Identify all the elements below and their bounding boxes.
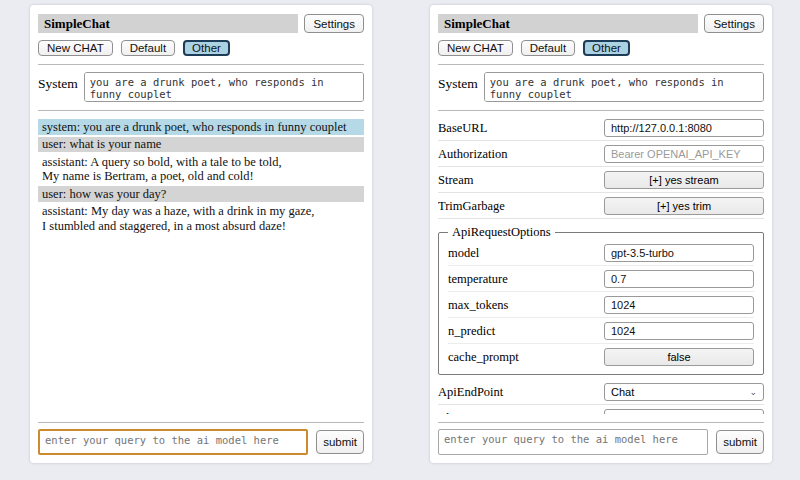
settings-button[interactable]: Settings xyxy=(704,14,764,33)
chat-toolbar: New CHAT Default Other xyxy=(38,40,364,56)
titlebar: SimpleChat Settings xyxy=(438,14,764,33)
settings-row-max-tokens: max_tokens xyxy=(448,292,754,318)
query-footer: submit xyxy=(438,414,764,455)
tab-default[interactable]: Default xyxy=(521,40,575,56)
divider xyxy=(438,422,764,423)
settings-row-temperature: temperature xyxy=(448,266,754,292)
divider xyxy=(38,64,364,65)
cache-prompt-toggle-button[interactable]: false xyxy=(604,348,754,366)
setting-label: TrimGarbage xyxy=(438,199,505,214)
system-prompt-label: System xyxy=(438,72,478,92)
settings-row-n-predict: n_predict xyxy=(448,318,754,344)
chevron-down-icon: ⌄ xyxy=(749,388,757,396)
settings-row-chat-history: ChatHistoryInCtxt Last1 ⌄ xyxy=(438,405,764,414)
divider xyxy=(38,110,364,111)
chat-toolbar: New CHAT Default Other xyxy=(438,40,764,56)
titlebar: SimpleChat Settings xyxy=(38,14,364,33)
system-prompt-row: System xyxy=(38,72,364,102)
settings-list: BaseURL Authorization Stream [+] yes str… xyxy=(438,115,764,414)
system-prompt-input[interactable] xyxy=(84,72,364,102)
chat-message-list: system: you are a drunk poet, who respon… xyxy=(38,119,364,414)
chat-message: assistant: My day was a haze, with a dri… xyxy=(38,204,364,234)
submit-button[interactable]: submit xyxy=(716,430,764,454)
query-row: submit xyxy=(438,429,764,455)
tab-default[interactable]: Default xyxy=(121,40,175,56)
settings-row-cache-prompt: cache_prompt false xyxy=(448,344,754,369)
max-tokens-input[interactable] xyxy=(604,296,754,314)
query-input[interactable] xyxy=(438,429,708,455)
settings-row-trimgarbage: TrimGarbage [+] yes trim xyxy=(438,193,764,219)
api-endpoint-value: Chat xyxy=(611,386,634,398)
setting-label: BaseURL xyxy=(438,121,487,136)
divider xyxy=(38,422,364,423)
setting-label: model xyxy=(448,246,479,261)
settings-row-authorization: Authorization xyxy=(438,141,764,167)
settings-row-model: model xyxy=(448,240,754,266)
setting-label: cache_prompt xyxy=(448,350,519,365)
settings-row-stream: Stream [+] yes stream xyxy=(438,167,764,193)
divider xyxy=(438,64,764,65)
chat-message: assistant: A query so bold, with a tale … xyxy=(38,154,364,184)
divider xyxy=(438,110,764,111)
stream-toggle-button[interactable]: [+] yes stream xyxy=(604,171,764,189)
settings-panel: SimpleChat Settings New CHAT Default Oth… xyxy=(430,5,772,463)
system-prompt-label: System xyxy=(38,72,78,92)
temperature-input[interactable] xyxy=(604,270,754,288)
setting-label: max_tokens xyxy=(448,298,508,313)
setting-label: Authorization xyxy=(438,147,507,162)
settings-row-baseurl: BaseURL xyxy=(438,115,764,141)
query-row: submit xyxy=(38,429,364,455)
setting-label: ApiEndPoint xyxy=(438,385,503,400)
setting-label: temperature xyxy=(448,272,508,287)
base-url-input[interactable] xyxy=(604,119,764,137)
app-title: SimpleChat xyxy=(438,14,698,33)
new-chat-button[interactable]: New CHAT xyxy=(38,40,113,56)
submit-button[interactable]: submit xyxy=(316,430,364,454)
api-request-options-legend: ApiRequestOptions xyxy=(448,225,555,240)
model-input[interactable] xyxy=(604,244,754,262)
authorization-input[interactable] xyxy=(604,145,764,163)
settings-row-api-endpoint: ApiEndPoint Chat ⌄ xyxy=(438,379,764,405)
system-prompt-row: System xyxy=(438,72,764,102)
query-input[interactable] xyxy=(38,429,308,455)
api-endpoint-select[interactable]: Chat ⌄ xyxy=(604,383,764,401)
setting-label: Stream xyxy=(438,173,473,188)
setting-label: n_predict xyxy=(448,324,495,339)
tab-other[interactable]: Other xyxy=(183,40,230,56)
new-chat-button[interactable]: New CHAT xyxy=(438,40,513,56)
trim-garbage-toggle-button[interactable]: [+] yes trim xyxy=(604,197,764,215)
query-footer: submit xyxy=(38,414,364,455)
system-prompt-input[interactable] xyxy=(484,72,764,102)
settings-button[interactable]: Settings xyxy=(304,14,364,33)
chat-message: system: you are a drunk poet, who respon… xyxy=(38,119,364,135)
app-title: SimpleChat xyxy=(38,14,298,33)
chat-panel: SimpleChat Settings New CHAT Default Oth… xyxy=(30,5,372,463)
tab-other[interactable]: Other xyxy=(583,40,630,56)
chat-message: user: what is your name xyxy=(38,137,364,153)
chat-message: user: how was your day? xyxy=(38,186,364,202)
api-request-options-fieldset: ApiRequestOptions model temperature max_… xyxy=(438,225,764,375)
n-predict-input[interactable] xyxy=(604,322,754,340)
